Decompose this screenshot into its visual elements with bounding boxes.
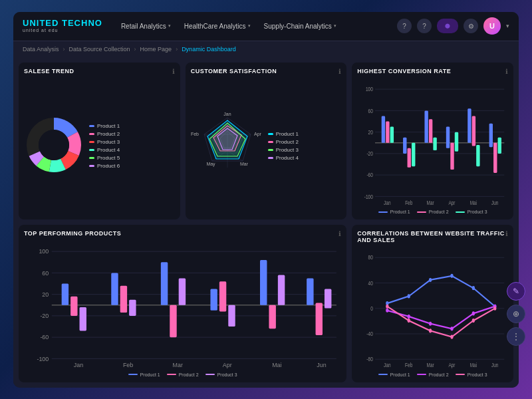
svg-text:Mai: Mai — [470, 362, 477, 368]
svg-text:-20: -20 — [40, 313, 49, 319]
svg-text:60: 60 — [42, 269, 49, 276]
help-icon[interactable]: ? — [397, 19, 412, 33]
svg-text:40: 40 — [368, 279, 374, 286]
settings-icon[interactable]: ⚙ — [464, 19, 478, 33]
corr-legend-3: Product 3 — [456, 372, 487, 377]
breadcrumb-sep-1: › — [63, 46, 65, 53]
legend-dot-6 — [89, 165, 94, 167]
svg-rect-48 — [412, 142, 415, 166]
svg-rect-46 — [403, 137, 406, 153]
top-line-2 — [167, 374, 176, 375]
corr-line-3 — [456, 374, 465, 375]
svg-text:-20: -20 — [367, 150, 374, 157]
card-correlations-title: CORRELATIONS BETWEEN WEBSITE TRAFFIC AND… — [357, 230, 508, 243]
radar-legend-3: Product 3 — [268, 147, 299, 153]
svg-rect-57 — [477, 144, 480, 166]
svg-text:Apr: Apr — [449, 362, 456, 368]
card-sales-title: SALESE TREND — [24, 68, 175, 74]
svg-rect-43 — [382, 116, 385, 142]
conversion-bar-chart: 100 60 20 -20 -60 -100 Jan Feb Mar Apr M… — [357, 78, 508, 207]
svg-text:Feb: Feb — [405, 200, 412, 207]
card-top-title: TOP PERFORMING PRODUCTS — [24, 230, 341, 237]
breadcrumb-data-source[interactable]: Data Source Collection — [69, 46, 130, 53]
info-icon-conversion[interactable]: ℹ — [505, 68, 508, 75]
svg-text:Mai: Mai — [272, 362, 281, 368]
svg-text:Jan: Jan — [384, 362, 390, 368]
brand-name: UNITED TECHNO — [23, 19, 102, 28]
svg-text:May: May — [206, 162, 215, 167]
nav-icons: ? ? ⬤ ⚙ U ▾ — [397, 17, 509, 35]
svg-point-122 — [429, 322, 432, 326]
donut-chart — [24, 115, 84, 178]
card-highest-conversion: HIGHEST CONVERSION RATE ℹ 100 60 20 -20 — [352, 63, 513, 220]
donut-legend: Product 1 Product 2 Product 3 Product 4 — [89, 123, 120, 169]
breadcrumb-dynamic-dashboard[interactable]: Dynamic Dashboard — [182, 46, 236, 53]
correlations-legend: Product 1 Product 2 Product 3 — [357, 372, 508, 377]
svg-rect-52 — [446, 126, 450, 148]
corr-legend-1: Product 1 — [378, 372, 410, 377]
svg-rect-51 — [434, 137, 437, 150]
float-add-button[interactable]: ⊕ — [507, 305, 519, 323]
corr-line-1 — [378, 374, 388, 375]
svg-text:80: 80 — [368, 254, 374, 261]
conversion-chart-area: 100 60 20 -20 -60 -100 Jan Feb Mar Apr M… — [357, 78, 508, 215]
conv-line-3 — [456, 211, 465, 213]
avatar[interactable]: U — [483, 17, 501, 35]
chevron-down-icon: ▾ — [248, 23, 251, 29]
float-edit-button[interactable]: ✎ — [507, 282, 519, 301]
svg-text:Apr: Apr — [449, 200, 456, 207]
svg-text:Jan: Jan — [384, 200, 391, 207]
svg-text:-60: -60 — [40, 334, 49, 340]
toggle-icon[interactable]: ⬤ — [437, 19, 458, 33]
card-correlations: CORRELATIONS BETWEEN WEBSITE TRAFFIC AND… — [352, 225, 513, 382]
info-icon-top[interactable]: ℹ — [338, 230, 341, 237]
svg-rect-47 — [408, 148, 411, 167]
svg-rect-59 — [493, 142, 497, 172]
svg-rect-97 — [325, 289, 331, 309]
top-legend: Product 1 Product 2 Product 3 — [24, 372, 341, 377]
legend-product-1: Product 1 — [89, 123, 120, 129]
breadcrumb-sep-3: › — [176, 46, 178, 53]
svg-point-120 — [386, 309, 389, 313]
radar-dot-3 — [268, 149, 273, 151]
svg-rect-89 — [210, 289, 217, 311]
svg-rect-45 — [390, 126, 394, 142]
svg-rect-53 — [451, 142, 454, 169]
top-legend-1: Product 1 — [128, 372, 160, 377]
svg-text:20: 20 — [368, 128, 374, 136]
card-top-performing: TOP PERFORMING PRODUCTS ℹ 100 60 20 -20 … — [19, 225, 346, 382]
legend-dot-2 — [89, 133, 94, 135]
top-chart-area: 100 60 20 -20 -60 -100 Jan Feb Mar Apr M… — [24, 241, 341, 377]
breadcrumb-home[interactable]: Home Page — [140, 46, 172, 53]
svg-rect-85 — [129, 300, 136, 316]
conv-legend-2: Product 2 — [417, 209, 449, 214]
svg-text:60: 60 — [368, 107, 374, 114]
svg-text:Apr: Apr — [254, 132, 262, 137]
info-icon-correlations[interactable]: ℹ — [505, 230, 508, 237]
svg-text:Mai: Mai — [470, 200, 477, 207]
svg-text:-80: -80 — [367, 356, 374, 362]
svg-rect-91 — [228, 305, 235, 327]
chevron-down-icon: ▾ — [168, 23, 171, 29]
svg-text:Feb: Feb — [123, 362, 133, 368]
svg-text:-100: -100 — [364, 193, 373, 200]
info-icon-sales[interactable]: ℹ — [172, 68, 175, 75]
brand-accent: TECHNO — [62, 18, 102, 28]
breadcrumb-sep-2: › — [134, 46, 136, 53]
nav-supplychain[interactable]: Supply-Chain Analytics ▾ — [259, 20, 342, 33]
nav-healthcare[interactable]: HealthCare Analytics ▾ — [179, 20, 256, 33]
info-icon[interactable]: ? — [417, 19, 432, 33]
breadcrumb-data-analysis[interactable]: Data Analysis — [23, 46, 59, 53]
svg-point-121 — [408, 315, 410, 319]
float-more-button[interactable]: ⋮ — [507, 327, 519, 346]
nav-retail[interactable]: Retail Analytics ▾ — [116, 20, 176, 33]
legend-product-3: Product 3 — [89, 139, 120, 145]
corr-legend-2: Product 2 — [417, 372, 449, 377]
svg-point-123 — [451, 327, 454, 331]
info-icon-customer[interactable]: ℹ — [338, 68, 341, 75]
svg-rect-58 — [489, 123, 493, 146]
breadcrumb: Data Analysis › Data Source Collection ›… — [13, 41, 519, 57]
svg-text:Mar: Mar — [240, 162, 249, 166]
svg-rect-88 — [179, 278, 186, 305]
card-customer-title: CUSTOMER SATISFACTION — [191, 68, 342, 74]
